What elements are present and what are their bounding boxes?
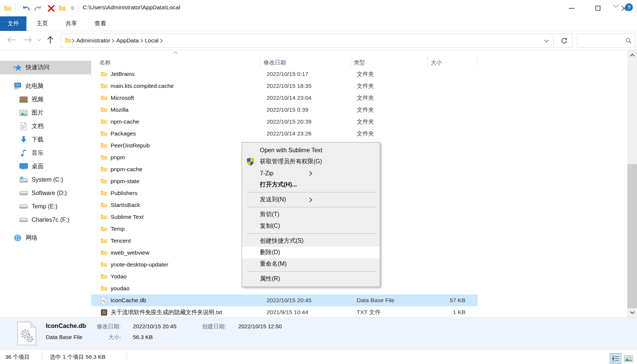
menu-separator	[247, 207, 377, 207]
sidebar-item-label: 视频	[32, 96, 44, 103]
file-name: youdao	[111, 285, 264, 292]
breadcrumb-item[interactable]: AppData	[115, 37, 140, 44]
menu-item-7-zip[interactable]: 7-Zip	[242, 167, 380, 179]
sidebar-item-drive-f[interactable]: Charles7c (F:)	[0, 213, 91, 227]
help-icon[interactable]: ?	[625, 3, 633, 11]
file-row[interactable]: IconCache.db2022/10/15 20:45Data Base Fi…	[91, 294, 478, 306]
column-header-type[interactable]: 类型	[351, 54, 428, 67]
scroll-down-icon[interactable]	[627, 308, 637, 317]
file-name: xweb_webview	[111, 249, 264, 256]
sidebar-item-drive-e[interactable]: Temp (E:)	[0, 200, 91, 213]
vertical-scrollbar[interactable]	[627, 50, 637, 317]
status-bar: 36 个项目 选中 1 个项目 56.3 KB	[0, 350, 637, 364]
delete-red-x-icon[interactable]	[45, 3, 57, 14]
menu-item-label: 打开方式(H)...	[260, 181, 297, 189]
folder-icon[interactable]	[58, 3, 66, 14]
sidebar-item-drive-c[interactable]: System (C:)	[0, 173, 91, 186]
file-row[interactable]: JetBrains2022/10/15 0:17文件夹	[91, 68, 478, 80]
tab-home[interactable]: 主页	[29, 16, 55, 31]
thumbnail-view-button[interactable]	[623, 354, 634, 363]
sidebar-item-label: 桌面	[32, 163, 44, 170]
menu-item-label: 属性(R)	[260, 275, 280, 283]
tab-view[interactable]: 查看	[87, 16, 114, 31]
qat-dropdown-icon[interactable]	[69, 3, 76, 14]
details-pane: IconCache.db 修改日期: 2022/10/15 20:45 创建日期…	[0, 317, 637, 350]
sidebar-item-this-pc[interactable]: 此电脑	[0, 79, 91, 93]
maximize-button[interactable]	[589, 0, 606, 16]
address-history-chevron-icon[interactable]	[544, 39, 549, 42]
sidebar-item-label: System (C:)	[32, 176, 63, 183]
file-row[interactable]: Mozilla2022/10/15 0:39文件夹	[91, 104, 478, 116]
tab-file[interactable]: 文件	[0, 16, 26, 31]
file-row[interactable]: npm-cache2022/10/15 20:39文件夹	[91, 116, 478, 128]
menu-item-open-with[interactable]: 打开方式(H)...	[242, 179, 380, 191]
tab-share[interactable]: 共享	[58, 16, 85, 31]
sidebar-item-drive-d[interactable]: Software (D:)	[0, 186, 91, 200]
file-size: 1 KB	[431, 309, 470, 316]
search-input[interactable]	[580, 35, 622, 46]
forward-icon[interactable]	[23, 36, 32, 43]
menu-item-rename[interactable]: 重命名(M)	[242, 258, 380, 270]
sort-ascending-indicator-icon	[173, 51, 178, 54]
menu-item-copy[interactable]: 复制(C)	[242, 220, 380, 232]
menu-item-take-admin-ownership[interactable]: 获取管理员所有权限(G)	[242, 156, 380, 167]
drive-icon	[19, 217, 28, 223]
details-modified-label: 修改日期:	[97, 323, 121, 330]
undo-icon[interactable]	[21, 3, 31, 14]
details-size-label: 大小:	[108, 334, 121, 341]
column-header-name[interactable]: 名称	[91, 54, 261, 67]
file-row[interactable]: Microsoft2022/10/14 23:04文件夹	[91, 92, 478, 104]
search-icon[interactable]	[625, 38, 632, 44]
recent-locations-chevron-icon[interactable]	[37, 39, 41, 41]
redo-icon[interactable]	[33, 3, 43, 14]
file-row[interactable]: S关于流氓软件免疫生成的隐藏文件夹说明.txt2021/9/15 10:44TX…	[91, 306, 478, 318]
up-icon[interactable]	[47, 36, 54, 44]
file-name: npm-cache	[111, 118, 264, 125]
menu-item-create-shortcut[interactable]: 创建快捷方式(S)	[242, 235, 380, 247]
column-header-date-modified[interactable]: 修改日期	[261, 54, 351, 67]
menu-item-properties[interactable]: 属性(R)	[242, 273, 380, 285]
sidebar-item-desktop[interactable]: 桌面	[0, 160, 91, 173]
file-row[interactable]: Packages2022/10/14 23:26文件夹	[91, 128, 478, 140]
file-row[interactable]: main.kts.compiled.cache2022/10/15 18:35文…	[91, 80, 478, 92]
sidebar-item-documents[interactable]: 文档	[0, 119, 91, 133]
sidebar-item-music[interactable]: 音乐	[0, 146, 91, 160]
sidebar-item-pictures[interactable]: 图片	[0, 106, 91, 119]
crumb-chevron-icon	[160, 39, 163, 43]
refresh-button[interactable]	[556, 33, 573, 48]
folder-icon	[101, 285, 108, 291]
sidebar-item-label: Charles7c (F:)	[32, 217, 69, 223]
back-icon[interactable]	[7, 36, 16, 43]
details-view-button[interactable]	[610, 353, 621, 364]
crumb-chevron-icon	[112, 39, 115, 43]
menu-item-open-with-sublime-text[interactable]: Open with Sublime Text	[242, 144, 380, 156]
status-divider	[127, 353, 127, 360]
ribbon-collapse-chevron-icon[interactable]	[613, 4, 619, 8]
thumbnail-view-icon	[624, 355, 633, 362]
search-box[interactable]	[577, 33, 636, 48]
music-icon	[19, 149, 28, 157]
sidebar-item-quick-access[interactable]: 快速访问	[0, 61, 91, 74]
file-name: main.kts.compiled.cache	[111, 83, 264, 89]
drive-icon	[19, 191, 28, 196]
scroll-up-icon[interactable]	[627, 50, 637, 60]
breadcrumb-item[interactable]: Administrator	[75, 37, 112, 44]
menu-item-delete[interactable]: 删除(D)	[242, 247, 380, 258]
title-bar: C:\Users\Administrator\AppData\Local	[0, 0, 637, 16]
sidebar-item-downloads[interactable]: 下载	[0, 133, 91, 146]
file-name: Yodao	[111, 273, 264, 280]
menu-item-cut[interactable]: 剪切(T)	[242, 209, 380, 220]
folder-icon	[101, 143, 108, 149]
sidebar-item-label: Software (D:)	[32, 190, 67, 197]
sidebar-item-network[interactable]: 网络	[0, 231, 91, 245]
status-divider	[42, 353, 42, 360]
column-header-size[interactable]: 大小	[428, 54, 478, 67]
context-menu: Open with Sublime Text获取管理员所有权限(G)7-Zip打…	[242, 142, 380, 287]
minimize-button[interactable]	[563, 0, 580, 16]
address-bar[interactable]: AdministratorAppDataLocal	[61, 33, 554, 48]
sidebar-item-videos[interactable]: 视频	[0, 93, 91, 106]
breadcrumb-item[interactable]: Local	[143, 37, 160, 44]
menu-item-send-to[interactable]: 发送到(N)	[242, 194, 380, 205]
scrollbar-thumb[interactable]	[627, 164, 637, 308]
file-name: StartIsBack	[111, 202, 264, 208]
